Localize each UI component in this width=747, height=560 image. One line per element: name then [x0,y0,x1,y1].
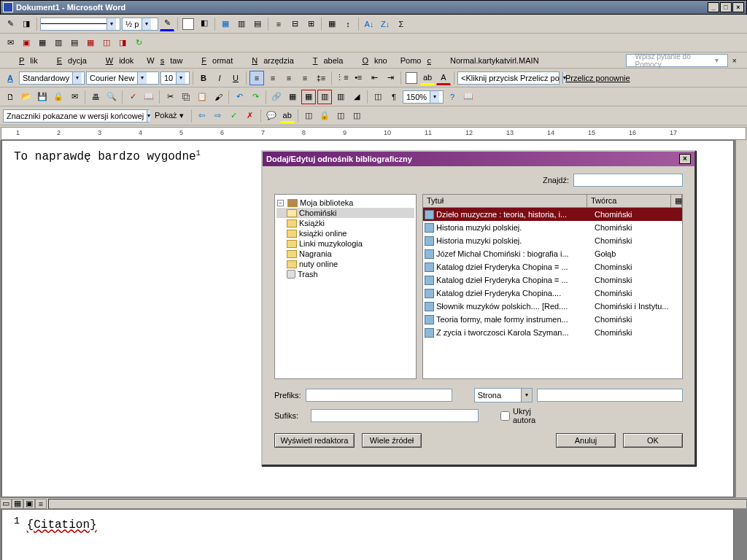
show-marks-icon[interactable]: ¶ [387,90,401,104]
list-row[interactable]: Z zycia i tworczosci Karola Szyman...Cho… [423,326,682,339]
align-left-button[interactable]: ≡ [249,71,264,85]
sort-desc-icon[interactable]: Z↓ [378,17,392,31]
icon-e[interactable]: ◨ [115,36,130,50]
styles-icon[interactable]: A [3,71,18,85]
permission-icon[interactable]: 🔒 [51,90,66,104]
list-row[interactable]: Słownik muzyków polskich.... [Red....Cho… [423,300,682,313]
eraser-icon[interactable]: ◨ [19,17,34,31]
zoom-combo[interactable]: 150%▾ [403,90,444,104]
pen-icon[interactable]: ✎ [3,17,18,31]
help-icon[interactable]: ? [445,90,460,104]
minimize-button[interactable]: _ [708,2,719,12]
open-icon[interactable]: 📂 [19,90,34,104]
size-combo[interactable]: 10▾ [160,71,190,85]
list-row[interactable]: Katalog dzieł Fryderyka Chopina....Chomi… [423,287,682,300]
view-web-icon[interactable]: ▦ [12,499,23,509]
sort-asc-icon[interactable]: A↓ [362,17,376,31]
track-icon[interactable]: ◫ [301,109,316,123]
drawing-icon[interactable]: ◢ [349,90,364,104]
line-spacing-button[interactable]: ‡≡ [314,71,328,85]
show-dropdown[interactable]: Pokaż ▾ [150,111,188,120]
lock-icon[interactable]: 🔒 [317,109,332,123]
menu-file[interactable]: Plik [7,55,44,66]
menu-window[interactable]: Okno [350,55,392,66]
horizontal-scrollbar[interactable] [48,499,747,509]
tables-borders-icon[interactable]: ▦ [285,90,300,104]
borders-button[interactable] [404,71,419,85]
font-color-button[interactable]: A [436,71,451,85]
spell-icon[interactable]: ✓ [125,90,140,104]
recalc-button[interactable]: Przelicz ponownie [561,74,635,82]
numbering-button[interactable]: ⋮≡ [335,71,349,85]
research-icon[interactable]: 📖 [142,90,156,104]
bold-button[interactable]: B [196,71,211,85]
list-row[interactable]: Historia muzyki polskiej.Chomiński [423,234,682,247]
icon-d[interactable]: ◫ [99,36,114,50]
show-editor-button[interactable]: Wyświetl redaktora [274,433,355,448]
redo-icon[interactable]: ↷ [248,90,263,104]
hide-author-checkbox[interactable]: Ukryj autora [500,407,537,424]
tree-item[interactable]: książki online [276,228,414,238]
list-row[interactable]: Teoria formy, małe formy instrumen...Cho… [423,313,682,326]
highlight2-icon[interactable]: ab [280,109,295,123]
view-print-icon[interactable]: ▣ [23,499,35,509]
suffix-input[interactable] [311,409,479,422]
menu-insert[interactable]: Wstaw [141,55,188,66]
docmap-icon[interactable]: ◫ [371,90,385,104]
columns-icon[interactable]: ▥ [333,90,348,104]
paste-icon[interactable]: 📋 [195,90,209,104]
next-change-icon[interactable]: ⇨ [211,109,225,123]
dist-rows-icon[interactable]: ⊟ [287,17,302,31]
contacts-icon[interactable]: ▣ [19,36,34,50]
align-right-button[interactable]: ≡ [282,71,296,85]
align-justify-button[interactable]: ≡ [298,71,312,85]
indent-button[interactable]: ⇥ [383,71,398,85]
recalc-hint[interactable]: <Kliknij przycisk Przelicz po▾ [457,71,560,85]
font-combo[interactable]: Courier New▾ [86,71,159,85]
tree-root[interactable]: −Moja biblioteka [276,198,414,208]
save-icon[interactable]: 💾 [35,90,50,104]
menu-format[interactable]: Format [190,55,239,66]
format-painter-icon[interactable]: 🖌 [211,90,225,104]
list-row[interactable]: Katalog dzieł Fryderyka Chopina = ...Cho… [423,273,682,287]
reject-icon[interactable]: ✗ [243,109,258,123]
align-icon[interactable]: ≡ [271,17,286,31]
list-row[interactable]: Józef Michał Chomiński : biografia i...G… [423,247,682,260]
icon-a[interactable]: ▥ [51,36,66,50]
reviewers-icon[interactable]: ◫ [349,109,364,123]
maximize-button[interactable]: □ [720,2,732,12]
envelope-icon[interactable]: ✉ [3,36,18,50]
pen-color-icon[interactable]: ✎ [160,17,174,31]
accept-icon[interactable]: ✓ [227,109,241,123]
prefix-input[interactable] [306,389,452,402]
col-title[interactable]: Tytuł [423,195,587,207]
preview-icon[interactable]: 🔍 [104,90,119,104]
line-weight-combo[interactable]: ½ p▾ [122,18,158,31]
tree-item[interactable]: Nagrania [276,249,414,259]
vertical-scrollbar[interactable] [735,140,747,497]
list-header[interactable]: Tytuł Twórca ▦ [423,195,682,208]
tree-item[interactable]: Linki muzykologia [276,238,414,249]
prev-change-icon[interactable]: ⇦ [195,109,209,123]
link-icon[interactable]: 🔗 [269,90,284,104]
style-combo[interactable]: Standardowy▾ [19,71,85,85]
markup-mode-combo[interactable]: Znaczniki pokazane w wersji końcowej▾ [3,109,149,122]
comment-icon[interactable]: 💬 [264,109,279,123]
italic-button[interactable]: I [212,71,227,85]
refresh-icon[interactable]: ↻ [131,36,146,50]
merge-icon[interactable]: ▥ [234,17,249,31]
tree-item[interactable]: Trash [276,269,414,279]
menu-close-icon[interactable]: × [729,55,740,66]
highlight-button[interactable]: ab [420,71,435,85]
locator-input[interactable] [537,389,683,402]
list-row[interactable]: Dzieło muzyczne : teoria, historia, i...… [423,208,682,221]
cancel-button[interactable]: Anuluj [556,433,616,448]
align-center-button[interactable]: ≡ [266,71,280,85]
balloon-icon[interactable]: ◫ [333,109,348,123]
bullets-button[interactable]: ⦁≡ [351,71,365,85]
line-style-combo[interactable]: ▾ [40,18,120,31]
menu-edit[interactable]: Edycja [45,55,93,66]
icon-b[interactable]: ▤ [67,36,82,50]
view-normal-icon[interactable]: ▭ [0,499,12,509]
merge-doc-icon[interactable]: ▦ [35,36,50,50]
